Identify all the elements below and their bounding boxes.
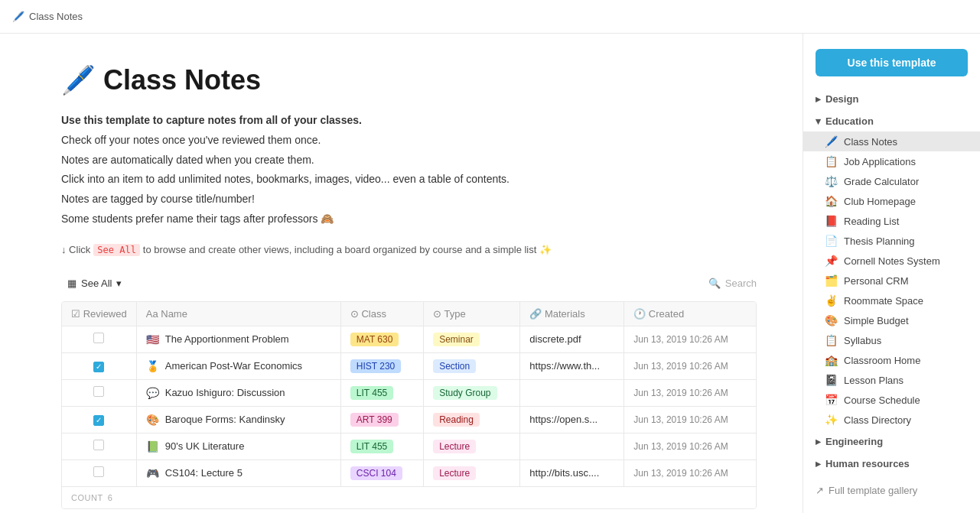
sidebar-item-emoji: 📋	[825, 155, 838, 167]
row-name: CS104: Lecture 5	[165, 467, 243, 479]
triangle-icon: ▸	[816, 458, 821, 469]
sidebar-item-label: Roommate Space	[844, 295, 923, 307]
sidebar-item-emoji: 📋	[825, 334, 838, 346]
full-gallery-link[interactable]: ↗ Full template gallery	[816, 485, 968, 496]
col-class: ⊙ Class	[340, 302, 423, 326]
created-cell: Jun 13, 2019 10:26 AM	[624, 406, 756, 433]
name-cell[interactable]: 💬Kazuo Ishiguro: Discussion	[136, 379, 340, 406]
type-badge: Lecture	[433, 440, 476, 453]
circle-icon-type: ⊙	[433, 308, 441, 320]
row-checkbox[interactable]	[93, 440, 104, 450]
name-cell[interactable]: 🎮CS104: Lecture 5	[136, 459, 340, 486]
sidebar-section-header-human-resources[interactable]: ▸Human resources	[803, 453, 980, 474]
created-cell: Jun 13, 2019 10:26 AM	[624, 326, 756, 352]
created-cell: Jun 13, 2019 10:26 AM	[624, 459, 756, 486]
sidebar-item-emoji: 📄	[825, 235, 838, 247]
sidebar-item-lesson-plans[interactable]: 📓Lesson Plans	[803, 370, 980, 390]
search-box: 🔍 Search	[708, 278, 757, 289]
sidebar-item-thesis-planning[interactable]: 📄Thesis Planning	[803, 231, 980, 251]
created-cell: Jun 13, 2019 10:26 AM	[624, 379, 756, 406]
checkbox-cell[interactable]	[62, 433, 136, 459]
triangle-icon: ▸	[816, 436, 821, 447]
sidebar-section-header-education[interactable]: ▾Education	[803, 111, 980, 131]
row-checkbox[interactable]	[93, 362, 104, 372]
material-link: http://bits.usc....	[529, 467, 599, 479]
table-row[interactable]: 🎮CS104: Lecture 5CSCI 104Lecturehttp://b…	[62, 459, 756, 486]
row-checkbox[interactable]	[93, 333, 104, 343]
sidebar-item-emoji: 📌	[825, 255, 838, 267]
class-cell: LIT 455	[340, 433, 423, 459]
table-row[interactable]: 🏅American Post-War EconomicsHIST 230Sect…	[62, 352, 756, 379]
page-title-area: 🖊️ Class Notes	[61, 64, 757, 96]
page-title-emoji: 🖊️	[61, 64, 96, 96]
row-checkbox[interactable]	[93, 415, 104, 426]
checkbox-cell[interactable]	[62, 459, 136, 486]
table-row[interactable]: 📗90's UK LiteratureLIT 455LectureJun 13,…	[62, 433, 756, 459]
desc-line-3: Notes are automatically dated when you c…	[61, 151, 757, 170]
sidebar-item-grade-calculator[interactable]: ⚖️Grade Calculator	[803, 171, 980, 191]
sidebar-item-class-notes[interactable]: 🖊️Class Notes	[803, 131, 980, 151]
sidebar: Use this template ▸Design▾Education🖊️Cla…	[803, 34, 980, 513]
search-icon: 🔍	[708, 278, 721, 289]
type-cell: Lecture	[424, 459, 520, 486]
search-label[interactable]: Search	[725, 278, 757, 289]
row-checkbox[interactable]	[93, 386, 104, 397]
sidebar-item-personal-crm[interactable]: 🗂️Personal CRM	[803, 271, 980, 291]
row-emoji: 🎨	[146, 414, 159, 426]
use-template-button[interactable]: Use this template	[816, 49, 968, 76]
materials-cell	[520, 379, 624, 406]
table-row[interactable]: 💬Kazuo Ishiguro: DiscussionLIT 455Study …	[62, 379, 756, 406]
type-cell: Seminar	[424, 326, 520, 352]
row-emoji: 🎮	[146, 467, 159, 479]
sidebar-item-roommate-space[interactable]: ✌️Roommate Space	[803, 291, 980, 310]
col-created: 🕐 Created	[624, 302, 756, 326]
sidebar-item-reading-list[interactable]: 📕Reading List	[803, 211, 980, 231]
table-header-row: ☑ Reviewed Aa Name ⊙ Class ⊙	[62, 302, 756, 326]
sidebar-item-class-directory[interactable]: ✨Class Directory	[803, 410, 980, 430]
materials-cell: http://bits.usc....	[520, 459, 624, 486]
sidebar-item-label: Class Directory	[844, 414, 911, 426]
table-row[interactable]: 🎨Baroque Forms: KandinskyART 399Readingh…	[62, 406, 756, 433]
name-cell[interactable]: 📗90's UK Literature	[136, 433, 340, 459]
sidebar-item-classroom-home[interactable]: 🏫Classroom Home	[803, 350, 980, 370]
sidebar-item-simple-budget[interactable]: 🎨Simple Budget	[803, 310, 980, 330]
name-cell[interactable]: 🇺🇸The Apportionment Problem	[136, 326, 340, 352]
type-badge: Lecture	[433, 466, 476, 480]
row-emoji: 📗	[146, 440, 159, 453]
row-checkbox[interactable]	[93, 466, 104, 477]
triangle-icon: ▸	[816, 93, 821, 105]
name-cell[interactable]: 🏅American Post-War Economics	[136, 352, 340, 379]
sidebar-section-header-engineering[interactable]: ▸Engineering	[803, 431, 980, 452]
col-reviewed: ☑ Reviewed	[62, 302, 136, 326]
see-all-hint: ↓ Click See All to browse and create oth…	[61, 244, 757, 256]
sidebar-item-label: Grade Calculator	[844, 176, 919, 187]
col-type: ⊙ Type	[424, 302, 520, 326]
count-label: COUNT	[71, 493, 103, 502]
see-all-label: See All	[81, 278, 112, 289]
checkbox-cell[interactable]	[62, 326, 136, 352]
material-link: discrete.pdf	[529, 333, 581, 345]
desc-line-6: Some students prefer name their tags aft…	[61, 210, 757, 229]
name-cell[interactable]: 🎨Baroque Forms: Kandinsky	[136, 406, 340, 433]
desc-line-2: Check off your notes once you've reviewe…	[61, 131, 757, 150]
class-badge: LIT 455	[350, 440, 393, 453]
see-all-button[interactable]: ▦ See All ▾	[61, 274, 128, 292]
sidebar-section-header-design[interactable]: ▸Design	[803, 89, 980, 109]
checkbox-cell[interactable]	[62, 379, 136, 406]
sidebar-item-club-homepage[interactable]: 🏠Club Homepage	[803, 191, 980, 211]
checkbox-cell[interactable]	[62, 406, 136, 433]
section-label: Engineering	[825, 436, 883, 447]
sidebar-item-course-schedule[interactable]: 📅Course Schedule	[803, 390, 980, 410]
table-row[interactable]: 🇺🇸The Apportionment ProblemMAT 630Semina…	[62, 326, 756, 352]
sidebar-item-syllabus[interactable]: 📋Syllabus	[803, 330, 980, 350]
created-cell: Jun 13, 2019 10:26 AM	[624, 433, 756, 459]
sidebar-item-emoji: 🏠	[825, 195, 838, 207]
sidebar-item-label: Classroom Home	[844, 355, 920, 366]
sidebar-item-label: Personal CRM	[844, 275, 909, 287]
col-class-label: Class	[361, 308, 386, 320]
table-toolbar: ▦ See All ▾ 🔍 Search	[61, 271, 757, 295]
col-name: Aa Name	[136, 302, 340, 326]
sidebar-item-job-applications[interactable]: 📋Job Applications	[803, 151, 980, 171]
sidebar-item-cornell-notes-system[interactable]: 📌Cornell Notes System	[803, 251, 980, 271]
checkbox-cell[interactable]	[62, 352, 136, 379]
